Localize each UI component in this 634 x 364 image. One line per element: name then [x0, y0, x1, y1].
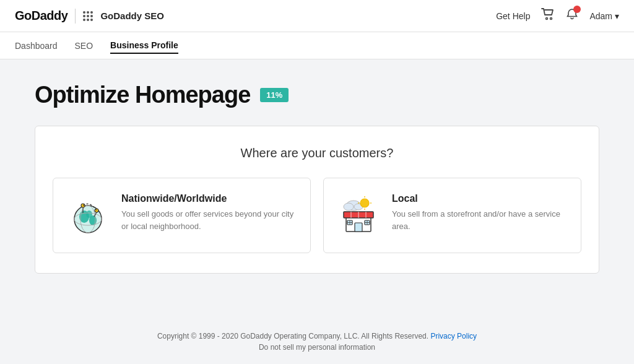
app-name: GoDaddy SEO [100, 11, 164, 21]
nav-dashboard[interactable]: Dashboard [15, 38, 58, 53]
svg-point-1 [550, 18, 552, 20]
app-grid-icon[interactable] [83, 11, 93, 21]
svg-point-15 [360, 199, 369, 207]
options-row: Nationwide/Worldwide You sell goods or o… [53, 178, 581, 253]
main-content: Optimize Homepage 11% Where are your cus… [20, 59, 614, 298]
option-nationwide[interactable]: Nationwide/Worldwide You sell goods or o… [53, 178, 311, 253]
privacy-policy-link[interactable]: Privacy Policy [430, 332, 477, 340]
option-local-title: Local [392, 193, 568, 204]
header-left: GoDaddy GoDaddy SEO [15, 9, 164, 24]
option-nationwide-title: Nationwide/Worldwide [121, 193, 298, 204]
svg-point-13 [344, 203, 354, 210]
svg-point-0 [546, 18, 548, 20]
svg-point-5 [86, 210, 92, 218]
footer-copyright: Copyright © 1999 - 2020 GoDaddy Operatin… [12, 332, 622, 340]
option-local[interactable]: Local You sell from a storefront and/or … [323, 178, 581, 253]
footer: Copyright © 1999 - 2020 GoDaddy Operatin… [0, 319, 634, 364]
nav-seo[interactable]: SEO [75, 38, 93, 53]
main-card: Where are your customers? [35, 126, 599, 274]
globe-icon [66, 193, 110, 238]
user-name: Adam [589, 11, 612, 21]
cart-icon[interactable] [541, 8, 555, 24]
header: GoDaddy GoDaddy SEO Get Help Adam [0, 0, 634, 32]
user-chevron: ▾ [615, 11, 619, 21]
header-right: Get Help Adam ▾ [496, 8, 619, 24]
footer-do-not-sell: Do not sell my personal information [12, 343, 622, 352]
option-local-text: Local You sell from a storefront and/or … [392, 193, 568, 232]
user-menu[interactable]: Adam ▾ [589, 11, 619, 21]
bell-badge [573, 6, 581, 13]
nav-business-profile[interactable]: Business Profile [110, 38, 178, 54]
footer-text: Copyright © 1999 - 2020 GoDaddy Operatin… [157, 332, 428, 340]
page-title: Optimize Homepage [35, 82, 250, 108]
godaddy-logo[interactable]: GoDaddy [15, 9, 67, 23]
card-question: Where are your customers? [53, 146, 581, 160]
nav: Dashboard SEO Business Profile [0, 32, 634, 59]
header-divider [75, 9, 76, 24]
store-icon [336, 193, 381, 238]
bell-icon[interactable] [566, 8, 578, 24]
svg-rect-25 [355, 223, 362, 232]
option-nationwide-text: Nationwide/Worldwide You sell goods or o… [121, 193, 298, 232]
option-local-desc: You sell from a storefront and/or have a… [392, 208, 568, 232]
title-row: Optimize Homepage 11% [35, 82, 599, 108]
option-nationwide-desc: You sell goods or offer services beyond … [121, 208, 298, 232]
get-help-link[interactable]: Get Help [496, 11, 530, 21]
progress-badge: 11% [260, 88, 289, 102]
